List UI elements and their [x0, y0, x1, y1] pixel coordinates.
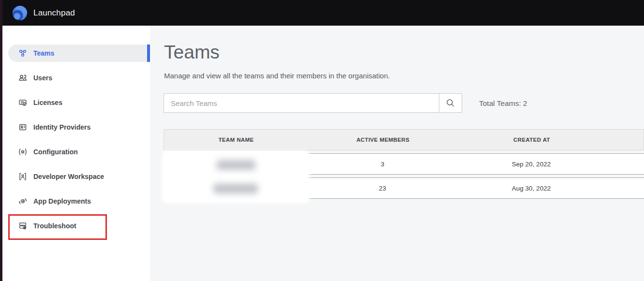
teams-group-icon [18, 49, 27, 58]
launchpad-logo-icon [12, 5, 28, 21]
sidebar-item-label: Users [33, 74, 52, 82]
sidebar-item-licenses[interactable]: Licenses [8, 94, 150, 111]
teams-table: TEAM NAME ACTIVE MEMBERS CREATED AT 3 Se… [164, 129, 644, 199]
active-item-indicator [147, 44, 150, 62]
active-members-cell: 23 [308, 185, 457, 192]
sidebar-item-teams[interactable]: Teams [8, 44, 150, 62]
app-window: Launchpad Teams Users [0, 0, 644, 281]
created-at-cell: Aug 30, 2022 [457, 185, 605, 192]
sidebar-item-label: Configuration [33, 148, 78, 156]
search-input[interactable] [164, 94, 439, 112]
search-bar [164, 93, 462, 113]
sidebar-item-app-deployments[interactable]: App Deployments [8, 192, 150, 210]
sidebar-item-label: Licenses [33, 99, 62, 106]
sidebar-item-label: Developer Workspace [33, 173, 104, 180]
redacted-team-name [213, 184, 258, 193]
sidebar-item-troubleshoot[interactable]: Troubleshoot [8, 217, 150, 235]
page-subtitle: Manage and view all the teams and their … [164, 72, 390, 80]
main-content: Teams Manage and view all the teams and … [150, 26, 644, 281]
created-at-cell: Sep 20, 2022 [457, 161, 605, 168]
total-teams-count: Total Teams: 2 [479, 99, 527, 108]
window-edge-strip [0, 0, 2, 281]
redacted-team-name [217, 160, 255, 170]
sidebar-item-label: Troubleshoot [33, 222, 76, 230]
deploy-orbit-icon [18, 197, 27, 206]
developer-brackets-icon [18, 172, 27, 181]
sidebar-nav: Teams Users Licenses [2, 26, 150, 281]
column-header-team-name: TEAM NAME [164, 137, 308, 143]
top-app-bar: Launchpad [0, 0, 644, 26]
search-button[interactable] [439, 94, 462, 112]
page-title: Teams [164, 42, 220, 63]
license-card-icon [18, 98, 27, 107]
app-title: Launchpad [33, 8, 75, 18]
server-gear-icon [18, 222, 27, 230]
search-icon [445, 98, 456, 108]
active-members-cell: 3 [308, 161, 457, 168]
sidebar-item-users[interactable]: Users [8, 69, 150, 87]
table-header-row: TEAM NAME ACTIVE MEMBERS CREATED AT [164, 129, 644, 150]
column-header-active-members: ACTIVE MEMBERS [308, 137, 458, 143]
sidebar-item-configuration[interactable]: Configuration [8, 143, 150, 161]
sidebar-item-label: Identity Providers [33, 123, 90, 131]
gear-braces-icon [18, 148, 27, 156]
users-icon [18, 74, 27, 82]
sidebar-item-label: Teams [33, 49, 54, 57]
sidebar-item-identity-providers[interactable]: Identity Providers [8, 118, 150, 136]
column-header-created-at: CREATED AT [458, 137, 606, 143]
sidebar-item-developer-workspace[interactable]: Developer Workspace [8, 168, 150, 185]
sidebar-item-label: App Deployments [33, 197, 91, 205]
identity-badge-icon [18, 123, 27, 132]
redacted-team-names-overlay [164, 152, 308, 202]
